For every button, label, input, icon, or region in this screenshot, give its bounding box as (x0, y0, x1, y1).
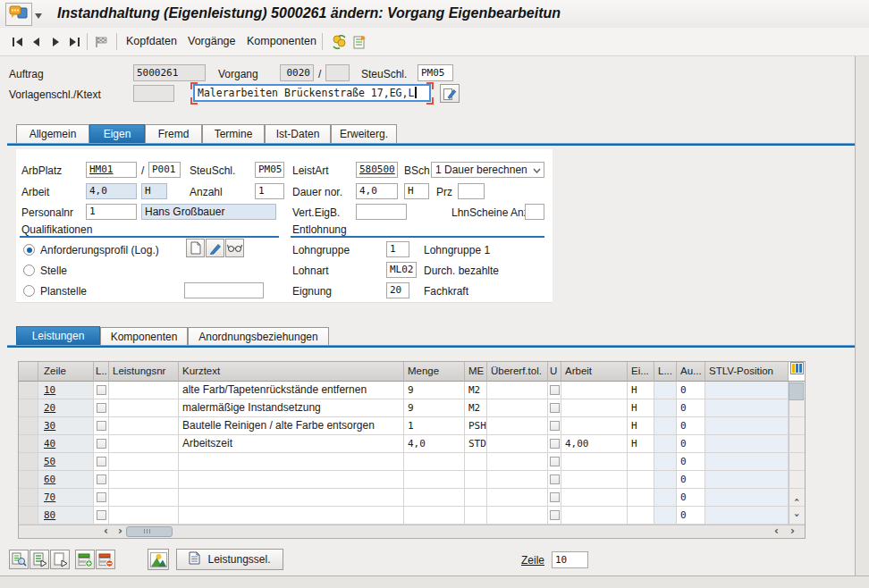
column-header[interactable]: L.. (94, 362, 109, 382)
leistungsnr-cell[interactable] (109, 453, 179, 471)
zeile-link[interactable]: 70 (44, 491, 55, 503)
l-checkbox[interactable] (97, 475, 106, 484)
u-checkbox[interactable] (550, 475, 560, 484)
tab-erweiterg[interactable]: Erweiterg. (331, 124, 397, 143)
log-button[interactable] (351, 35, 367, 49)
steuschl2-field[interactable]: PM05 (255, 162, 284, 178)
l-checkbox[interactable] (97, 421, 106, 431)
row-selector[interactable] (19, 453, 38, 471)
zeile-link[interactable]: 60 (44, 474, 55, 485)
arbeit-cell[interactable] (561, 507, 628, 525)
leistungsnr-cell[interactable] (109, 471, 179, 489)
leistungsnr-cell[interactable] (109, 417, 179, 435)
auftrag-field[interactable]: 5000261 (133, 64, 206, 81)
steuschl-field[interactable]: PM05 (418, 64, 453, 81)
uebererf-cell[interactable] (487, 435, 548, 453)
tab-eigen[interactable]: Eigen (89, 124, 145, 143)
horizontal-scrollbar-thumb[interactable] (126, 526, 173, 537)
row-selector[interactable] (19, 382, 38, 399)
stlv-cell[interactable] (705, 399, 789, 417)
me-cell[interactable]: M2 (465, 382, 487, 399)
stlv-cell[interactable] (705, 489, 789, 507)
leistungsnr-cell[interactable] (109, 489, 179, 507)
tab-anordnungsbeziehungen[interactable]: Anordnungsbeziehungen (188, 327, 329, 346)
column-header[interactable]: Menge (404, 362, 465, 382)
scroll-up-button[interactable]: ‹ (790, 493, 804, 507)
verteigb-field[interactable] (356, 204, 407, 220)
display-service-button[interactable] (9, 550, 29, 569)
stlv-cell[interactable] (705, 471, 789, 489)
me-cell[interactable] (465, 489, 487, 507)
leistart-field[interactable]: 580500 (356, 162, 398, 178)
edit-profile-button[interactable] (206, 239, 224, 257)
eignung-field[interactable]: 20 (386, 282, 409, 298)
copy-empty-service-button[interactable] (50, 550, 70, 569)
ei-cell[interactable]: H (628, 417, 654, 435)
row-selector[interactable] (19, 417, 38, 435)
kopfdaten-button[interactable]: Kopfdaten (126, 35, 177, 47)
column-header[interactable]: Ei... (628, 362, 654, 382)
column-config-button[interactable] (790, 362, 804, 381)
ei-cell[interactable]: H (628, 399, 654, 417)
arbeit-cell[interactable] (561, 489, 628, 507)
column-header[interactable]: Zeile (38, 362, 94, 382)
menge-cell[interactable] (404, 453, 465, 471)
uebererf-cell[interactable] (487, 382, 548, 399)
arbplatz-field[interactable]: HM01 (86, 162, 137, 178)
column-header[interactable]: STLV-Position (705, 362, 789, 382)
column-header[interactable]: Arbeit (561, 362, 628, 382)
l-checkbox[interactable] (97, 510, 106, 520)
bsch-dropdown[interactable]: 1 Dauer berechnen (431, 162, 544, 178)
anzahl-field[interactable]: 1 (255, 183, 284, 199)
zeile-link[interactable]: 80 (44, 509, 55, 521)
row-selector[interactable] (19, 399, 38, 417)
kurztext-cell[interactable]: alte Farb/Tapetenrückstände entfernen (179, 382, 404, 399)
me-cell[interactable] (465, 471, 487, 489)
u-checkbox[interactable] (550, 439, 560, 449)
last-page-button[interactable] (66, 35, 82, 49)
radio-stelle[interactable] (23, 265, 35, 276)
arbeit-field[interactable]: 4,0 (86, 183, 137, 199)
l-checkbox[interactable] (97, 403, 106, 413)
create-profile-button[interactable] (186, 239, 205, 257)
zeile-link[interactable]: 20 (44, 402, 55, 414)
service-graphic-button[interactable] (148, 549, 169, 570)
ei-cell[interactable]: H (628, 435, 654, 453)
dauer-unit-field[interactable]: H (404, 183, 429, 199)
menge-cell[interactable]: 4,0 (404, 435, 465, 453)
tab-komponenten[interactable]: Komponenten (100, 327, 188, 346)
stlv-cell[interactable] (705, 382, 789, 399)
column-header[interactable]: ME (465, 362, 487, 382)
dauer-field[interactable]: 4,0 (356, 183, 398, 199)
u-checkbox[interactable] (550, 457, 560, 466)
row-selector[interactable] (19, 435, 38, 453)
system-menu-button[interactable] (5, 3, 32, 26)
arbeit-cell[interactable] (561, 417, 628, 435)
ei-cell[interactable] (628, 453, 654, 471)
scroll-down-button[interactable]: › (790, 508, 804, 522)
l-checkbox[interactable] (97, 385, 106, 395)
menge-cell[interactable]: 1 (404, 417, 465, 435)
zeile-link[interactable]: 30 (44, 420, 55, 432)
arbeit-cell[interactable] (561, 382, 628, 399)
tab-ist-daten[interactable]: Ist-Daten (265, 124, 331, 143)
tab-allgemein[interactable]: Allgemein (16, 124, 89, 143)
ktext-input[interactable]: Malerarbeiten Brückenstraße 17,EG,L (193, 84, 431, 102)
zeile-link[interactable]: 10 (44, 384, 55, 396)
menge-cell[interactable] (404, 489, 465, 507)
lhnscheine-field[interactable] (525, 204, 544, 220)
kurztext-cell[interactable]: Arbeitszeit (179, 435, 404, 453)
column-header[interactable]: Kurztext (179, 362, 404, 382)
arbeit-unit-field[interactable]: H (141, 183, 167, 199)
personalnr-field[interactable]: 1 (86, 204, 137, 220)
uebererf-cell[interactable] (487, 471, 548, 489)
uebererf-cell[interactable] (487, 417, 548, 435)
kurztext-cell[interactable]: Bautelle Reinigen / alte Farbe entsorgen (179, 417, 404, 435)
menge-cell[interactable]: 9 (404, 399, 465, 417)
kurztext-cell[interactable] (179, 507, 404, 525)
column-header[interactable]: Au... (677, 362, 705, 382)
tab-fremd[interactable]: Fremd (145, 124, 202, 143)
column-header[interactable]: Leistungsnr (109, 362, 179, 382)
previous-page-button[interactable] (28, 35, 44, 49)
stlv-cell[interactable] (705, 435, 789, 453)
